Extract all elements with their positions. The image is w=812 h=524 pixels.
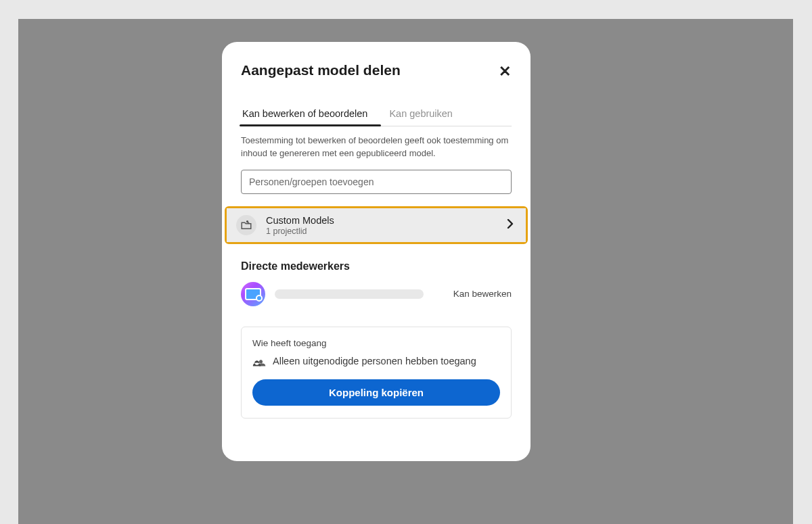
project-name: Custom Models (266, 214, 507, 227)
people-icon (252, 355, 266, 367)
access-title: Wie heeft toegang (252, 338, 500, 348)
avatar-graphic-icon (245, 288, 261, 300)
avatar (241, 282, 265, 306)
access-panel: Wie heeft toegang Alleen uitgenodigde pe… (241, 327, 512, 419)
modal-body: Aangepast model delen ✕ Kan bewerken of … (222, 42, 531, 461)
folder-icon (236, 215, 256, 235)
modal-title: Aangepast model delen (241, 62, 512, 96)
project-row[interactable]: Custom Models 1 projectlid (227, 208, 526, 242)
collaborator-row: Kan bewerken (241, 282, 512, 306)
collaborator-name-placeholder (275, 289, 424, 299)
close-button[interactable]: ✕ (494, 61, 516, 82)
permission-tabs: Kan bewerken of beoordelen Kan gebruiken (241, 100, 512, 126)
collaborator-permission[interactable]: Kan bewerken (453, 289, 512, 299)
direct-collaborators-heading: Directe medewerkers (241, 260, 512, 272)
close-icon: ✕ (499, 63, 511, 80)
svg-point-0 (247, 221, 248, 222)
tab-can-edit-review[interactable]: Kan bewerken of beoordelen (241, 100, 377, 126)
permission-help-text: Toestemming tot bewerken of beoordelen g… (241, 135, 512, 160)
chevron-right-icon (507, 219, 516, 231)
share-modal: Aangepast model delen ✕ Kan bewerken of … (222, 42, 531, 461)
project-row-highlight: Custom Models 1 projectlid (225, 206, 528, 244)
project-member-count: 1 projectlid (266, 227, 507, 236)
page-root: Aangepast model delen ✕ Kan bewerken of … (0, 0, 812, 524)
tab-can-use[interactable]: Kan gebruiken (385, 100, 462, 126)
access-description: Alleen uitgenodigde personen hebben toeg… (273, 356, 476, 366)
add-people-input[interactable] (241, 170, 512, 194)
project-text: Custom Models 1 projectlid (266, 214, 507, 236)
copy-link-button[interactable]: Koppeling kopiëren (252, 379, 500, 406)
access-description-row: Alleen uitgenodigde personen hebben toeg… (252, 355, 500, 367)
